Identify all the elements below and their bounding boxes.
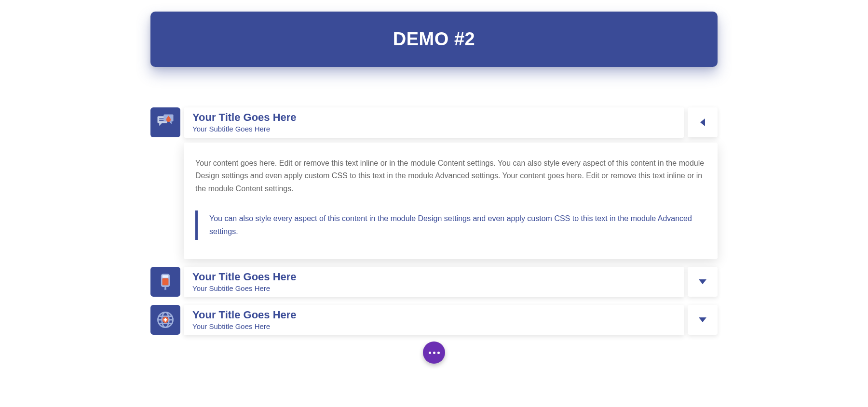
globe-plus-icon: [150, 305, 180, 335]
chat-drop-icon: [150, 107, 180, 137]
accordion-subtitle: Your Subtitle Goes Here: [192, 322, 676, 330]
accordion-item: Your Title Goes Here Your Subtitle Goes …: [150, 107, 718, 259]
dot-icon: [429, 352, 431, 354]
expand-button[interactable]: [688, 305, 718, 335]
accordion-item: Your Title Goes Here Your Subtitle Goes …: [150, 305, 718, 335]
expand-button[interactable]: [688, 267, 718, 297]
accordion-content: Your content goes here. Edit or remove t…: [184, 143, 718, 259]
dot-icon: [437, 352, 440, 354]
svg-rect-6: [163, 275, 169, 278]
dot-icon: [433, 352, 435, 354]
collapse-button[interactable]: [688, 107, 718, 137]
accordion-header[interactable]: Your Title Goes Here Your Subtitle Goes …: [184, 107, 684, 138]
accordion-quote: You can also style every aspect of this …: [195, 210, 706, 240]
accordion-header[interactable]: Your Title Goes Here Your Subtitle Goes …: [184, 267, 684, 297]
accordion-title: Your Title Goes Here: [192, 271, 676, 283]
accordion-title: Your Title Goes Here: [192, 309, 676, 321]
svg-point-8: [164, 289, 166, 291]
accordion-item: Your Title Goes Here Your Subtitle Goes …: [150, 267, 718, 297]
svg-rect-7: [164, 287, 166, 290]
banner-title: DEMO #2: [160, 29, 708, 50]
accordion-title: Your Title Goes Here: [192, 111, 676, 124]
iv-bag-icon: [150, 267, 180, 297]
caret-down-icon: [699, 317, 706, 322]
accordion-subtitle: Your Subtitle Goes Here: [192, 284, 676, 292]
svg-rect-16: [163, 319, 167, 321]
caret-left-icon: [700, 118, 705, 126]
accordion-header[interactable]: Your Title Goes Here Your Subtitle Goes …: [184, 305, 684, 335]
accordion: Your Title Goes Here Your Subtitle Goes …: [150, 107, 718, 335]
accordion-body-text: Your content goes here. Edit or remove t…: [195, 157, 706, 195]
svg-rect-5: [163, 278, 169, 286]
accordion-subtitle: Your Subtitle Goes Here: [192, 125, 676, 133]
fab-more-button[interactable]: [423, 341, 445, 364]
caret-down-icon: [699, 279, 706, 284]
banner: DEMO #2: [150, 12, 718, 67]
